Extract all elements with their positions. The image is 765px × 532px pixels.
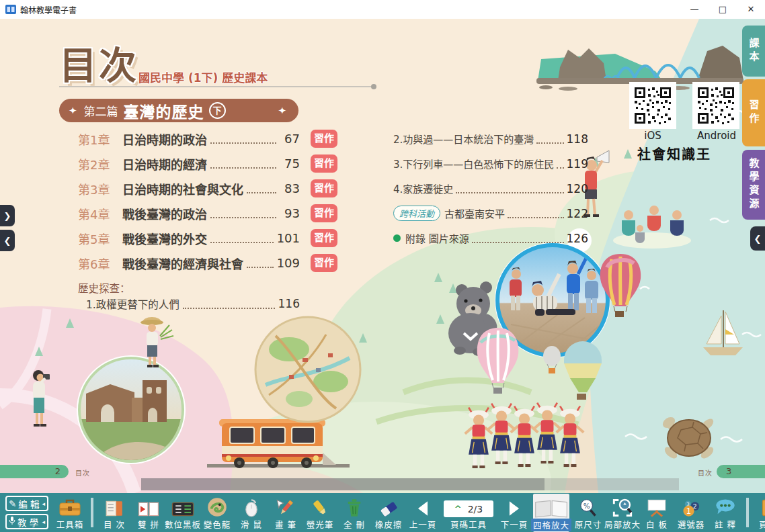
volume-badge: 下 <box>209 102 226 119</box>
toolbox-icon <box>56 496 83 517</box>
explore-heading: 歷史探查： <box>78 280 380 295</box>
toc-button[interactable]: 目 次 <box>99 494 130 531</box>
homework-badge[interactable]: 習作 <box>311 154 337 173</box>
number-picker-button[interactable]: 321 選號器 <box>676 494 707 531</box>
toc-item-page: 116 <box>278 297 300 310</box>
chapter-title: 戰後臺灣的外交 <box>122 230 207 247</box>
bullet-dot-icon <box>393 234 401 242</box>
chapter-title: 日治時期的經濟 <box>122 155 207 173</box>
bottom-toolbar: ✎ 編 輯 ◂ 教 學 ◂ 工具箱 目 次 雙 拼 數位黑板 變色龍 滑 鼠 畫… <box>0 493 765 532</box>
toc-item-label: 3.下行列車——白色恐怖下的原住民 <box>393 157 554 171</box>
toc-chapter-row[interactable]: 第3章日治時期的社會與文化83 習作 <box>78 176 380 201</box>
tab-textbook[interactable]: 課本 <box>742 26 765 77</box>
toc-chapter-row[interactable]: 第4章戰後臺灣的政治93 習作 <box>78 201 380 226</box>
toc-item-row[interactable]: 2.功與過——日本統治下的臺灣 118 <box>393 126 588 151</box>
sidebar-collapse-button[interactable]: ❮ <box>750 226 765 251</box>
eraser-button[interactable]: 橡皮擦 <box>373 494 404 531</box>
whiteboard-icon <box>647 496 667 517</box>
ruins-photo <box>77 355 186 464</box>
chapter-page-number: 101 <box>277 231 300 245</box>
dotted-leader <box>557 159 563 169</box>
highlighter-button[interactable]: 螢光筆 <box>305 494 335 531</box>
homework-badge[interactable]: 習作 <box>311 204 337 222</box>
header-divider <box>59 86 374 87</box>
toolbox-button[interactable]: 工具箱 <box>54 494 85 531</box>
homework-badge[interactable]: 習作 <box>311 229 337 247</box>
close-button[interactable]: ✕ <box>737 0 765 19</box>
dual-page-button[interactable]: 雙 拼 <box>133 494 164 531</box>
partial-zoom-button[interactable]: 局部放大 <box>607 494 638 531</box>
toc-chapter-row[interactable]: 第2章日治時期的經濟75 習作 <box>78 151 380 176</box>
toc-chapter-row[interactable]: 第5章戰後臺灣的外交101 習作 <box>78 226 380 251</box>
annotation-button[interactable]: 註 釋 <box>710 494 741 531</box>
toc-left-column: 第1章日治時期的政治67 習作 第2章日治時期的經濟75 習作 第3章日治時期的… <box>78 126 380 312</box>
tab-workbook[interactable]: 習作 <box>742 79 765 146</box>
qr-ios-label: iOS <box>629 130 676 142</box>
chameleon-button[interactable]: 變色龍 <box>202 494 233 531</box>
original-size-button[interactable]: % 原尺寸 <box>573 494 604 531</box>
page-forward-button[interactable]: ❯ <box>0 205 15 226</box>
erase-all-button[interactable]: 全 刪 <box>339 494 370 531</box>
teach-mode-button[interactable]: 教 學 ◂ <box>5 514 48 529</box>
toc-item-row[interactable]: 1.政權更替下的人們 116 <box>86 295 300 312</box>
svg-text:1: 1 <box>686 506 691 516</box>
toc-right-column: 2.功與過——日本統治下的臺灣 118 3.下行列車——白色恐怖下的原住民 11… <box>393 126 588 251</box>
page-indicator-value: 2/3 <box>468 504 483 515</box>
homework-badge[interactable]: 習作 <box>311 254 337 272</box>
maximize-button[interactable]: □ <box>709 0 737 19</box>
app-logo-icon <box>5 5 16 15</box>
whiteboard-button[interactable]: 白 板 <box>641 494 672 531</box>
chapter-page-number: 83 <box>280 181 300 195</box>
chameleon-icon <box>207 496 227 517</box>
chapter-number: 第2章 <box>78 155 122 173</box>
edit-mode-button[interactable]: ✎ 編 輯 ◂ <box>5 496 48 511</box>
pen-button[interactable]: 畫 筆 <box>270 494 301 531</box>
page-number-tool-button[interactable]: ^ 2/3 頁碼工具 <box>442 494 495 531</box>
eraser-icon <box>378 496 399 517</box>
chapter-title: 戰後臺灣的政治 <box>122 205 207 222</box>
quad-zoom-button[interactable]: 四格放大 <box>533 494 569 532</box>
homework-badge[interactable]: 習作 <box>311 130 337 148</box>
toc-item-label: 附錄 圖片來源 <box>405 231 469 245</box>
digital-blackboard-button[interactable]: 數位黑板 <box>167 494 198 531</box>
triangle-right-icon <box>506 496 522 517</box>
toc-item-label: 1.政權更替下的人們 <box>86 296 179 311</box>
toc-item-page: 122 <box>567 207 588 220</box>
tabbed-folder-icon <box>760 496 765 517</box>
minimize-button[interactable]: — <box>680 0 709 19</box>
caret-up-icon: ^ <box>454 504 462 514</box>
cross-activity-badge: 跨科活動 <box>393 206 440 221</box>
chapter-number: 第6章 <box>78 255 122 272</box>
toc-icon <box>104 496 124 517</box>
cross-activity-row[interactable]: 跨科活動 古都臺南安平 122 <box>393 201 588 226</box>
toc-chapter-row[interactable]: 第6章戰後臺灣的經濟與社會109 習作 <box>78 251 380 275</box>
appendix-row[interactable]: 附錄 圖片來源 126 <box>393 226 588 251</box>
sparkle-icon: ✦ <box>278 105 286 117</box>
page-tabs-button[interactable]: 頁 籤 <box>754 494 765 531</box>
next-page-button[interactable]: 下一頁 <box>499 494 530 531</box>
tab-teaching-resources[interactable]: 教學資源 <box>742 150 765 220</box>
page-indicator[interactable]: ^ 2/3 <box>444 500 493 517</box>
section-title: 臺灣的歷史 <box>124 99 204 122</box>
scroll-strip[interactable] <box>141 478 545 490</box>
toc-item-row[interactable]: 3.下行列車——白色恐怖下的原住民 119 <box>393 151 588 176</box>
toc-item-row[interactable]: 4.家族遷徙史 120 <box>393 176 588 201</box>
page-subtitle: 國民中學 (1下) 歷史課本 <box>138 69 268 85</box>
toc-chapter-row[interactable]: 第1章日治時期的政治67 習作 <box>78 126 380 151</box>
page-back-button[interactable]: ❮ <box>0 230 15 251</box>
chevron-left-icon: ◂ <box>42 519 45 525</box>
scroll-strip[interactable] <box>545 478 679 490</box>
dotted-leader <box>210 208 276 218</box>
mouse-button[interactable]: 滑 鼠 <box>236 494 267 531</box>
toolbar-separator <box>91 498 93 527</box>
homework-badge[interactable]: 習作 <box>311 179 337 197</box>
dotted-leader <box>508 209 564 218</box>
page-number-pill-right: 3 <box>717 465 765 478</box>
highlighter-icon <box>309 496 331 517</box>
toolbar-separator <box>746 498 749 527</box>
prev-page-button[interactable]: 上一頁 <box>407 494 438 531</box>
microphone-icon <box>9 517 15 527</box>
pen-icon <box>276 496 296 517</box>
footer-label-right: 目次 <box>698 468 713 478</box>
chapter-page-number: 93 <box>280 206 300 220</box>
